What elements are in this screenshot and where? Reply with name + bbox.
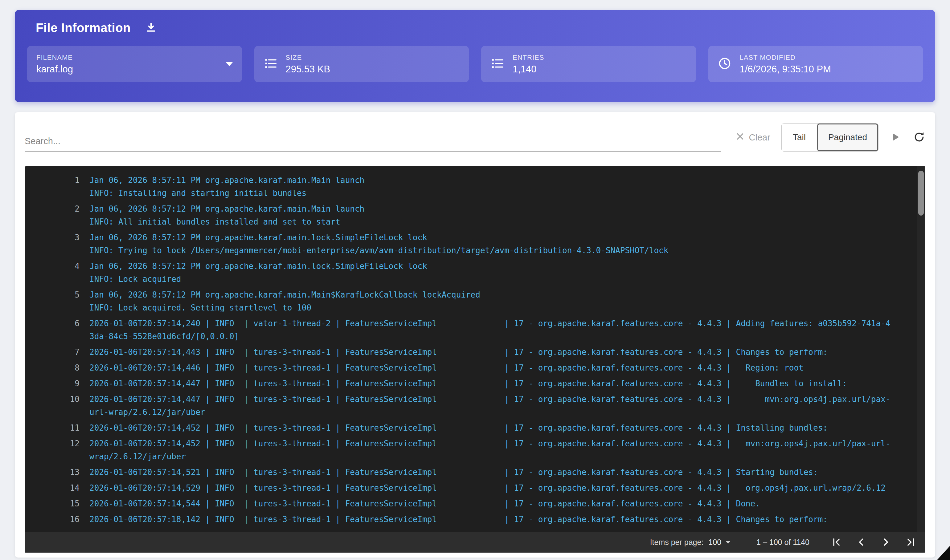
log-entry: 6 2026-01-06T20:57:14,240 | INFO | vator…: [25, 317, 916, 343]
line-text: 2026-01-06T20:57:18,144 | INFO | tures-3…: [89, 529, 803, 532]
page-range-label: 1 – 100 of 1140: [756, 538, 810, 547]
line-text: Jan 06, 2026 8:57:12 PM org.apache.karaf…: [89, 231, 668, 257]
log-viewer-page: File Information FILENAME karaf.log: [0, 10, 950, 557]
log-entry: 1 Jan 06, 2026 8:57:11 PM org.apache.kar…: [25, 174, 916, 200]
log-entry: 4 Jan 06, 2026 8:57:12 PM org.apache.kar…: [25, 260, 916, 286]
next-page-button[interactable]: [881, 537, 891, 548]
log-entry: 2 Jan 06, 2026 8:57:12 PM org.apache.kar…: [25, 202, 916, 228]
log-entry: 5 Jan 06, 2026 8:57:12 PM org.apache.kar…: [25, 288, 916, 314]
log-entry: 14 2026-01-06T20:57:14,529 | INFO | ture…: [25, 482, 916, 494]
previous-page-button[interactable]: [856, 537, 867, 548]
line-number: 15: [25, 497, 80, 510]
line-number: 5: [25, 288, 80, 314]
line-number: 12: [25, 437, 80, 463]
close-icon: [736, 132, 745, 143]
line-number: 6: [25, 317, 80, 343]
line-text: 2026-01-06T20:57:14,452 | INFO | tures-3…: [89, 437, 892, 463]
log-entry: 10 2026-01-06T20:57:14,447 | INFO | ture…: [25, 393, 916, 418]
line-text: 2026-01-06T20:57:14,521 | INFO | tures-3…: [89, 466, 818, 479]
search-field: [25, 136, 721, 152]
refresh-button[interactable]: [913, 131, 925, 144]
line-number: 7: [25, 346, 80, 358]
log-entry: 15 2026-01-06T20:57:14,544 | INFO | ture…: [25, 497, 916, 510]
last-modified-label: LAST MODIFIED: [740, 54, 831, 62]
last-modified-card: LAST MODIFIED 1/6/2026, 9:35:10 PM: [708, 46, 923, 82]
line-text: 2026-01-06T20:57:14,240 | INFO | vator-1…: [89, 317, 892, 343]
next-page-icon: [881, 537, 891, 548]
log-entry: 3 Jan 06, 2026 8:57:12 PM org.apache.kar…: [25, 231, 916, 257]
log-content-panel: Clear Tail Paginated: [15, 112, 935, 557]
log-entry: 9 2026-01-06T20:57:14,447 | INFO | tures…: [25, 377, 916, 390]
line-text: 2026-01-06T20:57:18,142 | INFO | tures-3…: [89, 513, 828, 526]
line-number: 8: [25, 361, 80, 374]
chevron-down-icon: [726, 541, 731, 544]
entries-label: ENTRIES: [513, 54, 544, 62]
line-number: 1: [25, 174, 80, 200]
first-page-icon: [831, 537, 842, 548]
line-text: 2026-01-06T20:57:14,452 | INFO | tures-3…: [89, 422, 828, 434]
search-input[interactable]: [25, 136, 721, 146]
first-page-button[interactable]: [831, 537, 842, 548]
line-number: 9: [25, 377, 80, 390]
line-number: 14: [25, 482, 80, 494]
log-entry: 17 2026-01-06T20:57:18,144 | INFO | ture…: [25, 529, 916, 532]
log-entry: 8 2026-01-06T20:57:14,446 | INFO | tures…: [25, 361, 916, 374]
line-number: 16: [25, 513, 80, 526]
log-entry: 7 2026-01-06T20:57:14,443 | INFO | tures…: [25, 346, 916, 358]
toolbar: Clear Tail Paginated: [25, 123, 925, 152]
entries-card: ENTRIES 1,140: [481, 46, 696, 82]
line-text: 2026-01-06T20:57:14,529 | INFO | tures-3…: [89, 482, 885, 494]
line-text: 2026-01-06T20:57:14,447 | INFO | tures-3…: [89, 393, 892, 418]
scrollbar[interactable]: [917, 166, 925, 532]
size-card: SIZE 295.53 KB: [254, 46, 469, 82]
size-label: SIZE: [286, 54, 330, 62]
previous-page-icon: [856, 537, 867, 548]
list-icon: [490, 56, 504, 72]
items-per-page-select[interactable]: 100: [708, 538, 731, 547]
line-text: 2026-01-06T20:57:14,443 | INFO | tures-3…: [89, 346, 828, 358]
file-information-panel: File Information FILENAME karaf.log: [15, 10, 935, 102]
entries-value: 1,140: [513, 64, 544, 75]
filename-label: FILENAME: [36, 54, 73, 62]
items-per-page-value: 100: [708, 538, 721, 547]
last-modified-value: 1/6/2026, 9:35:10 PM: [740, 64, 831, 75]
line-text: Jan 06, 2026 8:57:11 PM org.apache.karaf…: [89, 174, 364, 200]
last-page-icon: [905, 537, 916, 548]
line-text: 2026-01-06T20:57:14,544 | INFO | tures-3…: [89, 497, 760, 510]
line-number: 17: [25, 529, 80, 532]
refresh-icon: [913, 131, 925, 144]
log-entry: 13 2026-01-06T20:57:14,521 | INFO | ture…: [25, 466, 916, 479]
items-per-page-label: Items per page:: [650, 538, 704, 547]
log-entry: 16 2026-01-06T20:57:18,142 | INFO | ture…: [25, 513, 916, 526]
log-entry: 11 2026-01-06T20:57:14,452 | INFO | ture…: [25, 422, 916, 434]
line-number: 13: [25, 466, 80, 479]
log-lines: 1 Jan 06, 2026 8:57:11 PM org.apache.kar…: [25, 166, 916, 532]
scrollbar-thumb[interactable]: [918, 171, 924, 215]
log-viewer: 1 Jan 06, 2026 8:57:11 PM org.apache.kar…: [25, 166, 925, 552]
tail-toggle[interactable]: Tail: [782, 123, 817, 151]
line-number: 10: [25, 393, 80, 418]
line-text: Jan 06, 2026 8:57:12 PM org.apache.karaf…: [89, 260, 427, 286]
play-button[interactable]: [890, 132, 901, 143]
clear-label: Clear: [749, 132, 770, 143]
chevron-down-icon: [226, 62, 233, 66]
line-number: 2: [25, 202, 80, 228]
log-entry: 12 2026-01-06T20:57:14,452 | INFO | ture…: [25, 437, 916, 463]
paginated-toggle[interactable]: Paginated: [817, 123, 878, 151]
line-text: 2026-01-06T20:57:14,446 | INFO | tures-3…: [89, 361, 803, 374]
filename-value: karaf.log: [36, 64, 73, 75]
filename-select[interactable]: FILENAME karaf.log: [27, 46, 242, 82]
play-icon: [890, 132, 901, 143]
last-page-button[interactable]: [905, 537, 916, 548]
size-value: 295.53 KB: [286, 64, 330, 75]
download-icon: [145, 21, 157, 34]
paginator: Items per page: 100 1 – 100 of 1140: [25, 532, 925, 552]
line-number: 11: [25, 422, 80, 434]
page-title: File Information: [36, 21, 131, 35]
list-icon: [264, 56, 278, 72]
line-text: Jan 06, 2026 8:57:12 PM org.apache.karaf…: [89, 288, 480, 314]
download-button[interactable]: [145, 21, 157, 34]
line-text: 2026-01-06T20:57:14,447 | INFO | tures-3…: [89, 377, 847, 390]
clear-button[interactable]: Clear: [736, 132, 770, 143]
line-text: Jan 06, 2026 8:57:12 PM org.apache.karaf…: [89, 202, 364, 228]
